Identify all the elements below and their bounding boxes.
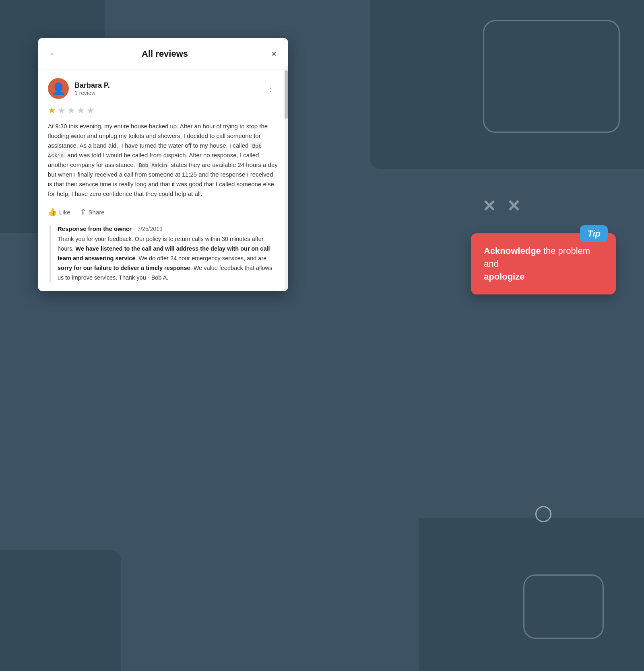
reviewer-count: 1 review (74, 90, 110, 96)
share-icon: ⇧ (80, 208, 86, 216)
deco-xx-symbol: × × (483, 193, 523, 217)
star-rating: ★ ★ ★ ★ ★ (48, 105, 278, 116)
reviewer-row: 👤 Barbara P. 1 review ⋮ (48, 78, 278, 99)
thumbs-up-icon: 👍 (48, 208, 57, 216)
close-button[interactable]: × (270, 47, 278, 61)
tip-bold1: Acknowledge (484, 246, 541, 256)
reviews-modal: ← All reviews × 👤 Barbara P. 1 review ⋮ … (38, 38, 288, 291)
more-options-button[interactable]: ⋮ (264, 82, 278, 95)
owner-response-header: Response from the owner 7/25/2019 (58, 225, 278, 232)
bg-panel-bottom-left (0, 550, 121, 671)
reviewer-name: Barbara P. (74, 81, 110, 90)
modal-body: 👤 Barbara P. 1 review ⋮ ★ ★ ★ ★ ★ At 9:3… (38, 70, 288, 291)
modal-title: All reviews (142, 49, 188, 59)
response-text-part2: . We do offer 24 hour emergency services… (135, 255, 266, 261)
name-badge-2: Bob Askin (137, 162, 169, 169)
share-label: Share (89, 209, 105, 216)
modal-header: ← All reviews × (38, 38, 288, 70)
reviewer-info: 👤 Barbara P. 1 review (48, 78, 110, 99)
tip-text: Acknowledge the problem and apologize (484, 245, 603, 283)
reviewer-details: Barbara P. 1 review (74, 81, 110, 96)
review-text: At 9:30 this evening, my entire house ba… (48, 121, 278, 199)
tip-card: Tip Acknowledge the problem and apologiz… (471, 233, 616, 294)
deco-outline-top-right (483, 20, 620, 133)
owner-response-text: Thank you for your feedback. Our policy … (58, 235, 278, 283)
deco-circle (535, 506, 551, 522)
owner-response-date: 7/25/2019 (137, 226, 162, 232)
review-actions: 👍 Like ⇧ Share (48, 206, 278, 218)
tip-badge: Tip (580, 225, 608, 242)
star-4-empty: ★ (77, 105, 85, 116)
like-button[interactable]: 👍 Like (48, 206, 70, 218)
avatar: 👤 (48, 78, 69, 99)
response-bold2: sorry for our failure to deliver a timel… (58, 265, 190, 271)
name-badge-1: Bob Askin (48, 142, 262, 159)
deco-outline-bottom-right (523, 574, 604, 639)
owner-response-label: Response from the owner (58, 225, 132, 232)
star-1-filled: ★ (48, 105, 56, 116)
share-button[interactable]: ⇧ Share (80, 206, 105, 218)
star-5-empty: ★ (87, 105, 95, 116)
star-2-empty: ★ (58, 105, 66, 116)
avatar-icon: 👤 (52, 82, 66, 95)
back-button[interactable]: ← (48, 47, 60, 61)
tip-bold2: apologize (484, 272, 524, 282)
owner-response: Response from the owner 7/25/2019 Thank … (50, 225, 278, 283)
like-label: Like (59, 209, 70, 216)
star-3-empty: ★ (67, 105, 75, 116)
